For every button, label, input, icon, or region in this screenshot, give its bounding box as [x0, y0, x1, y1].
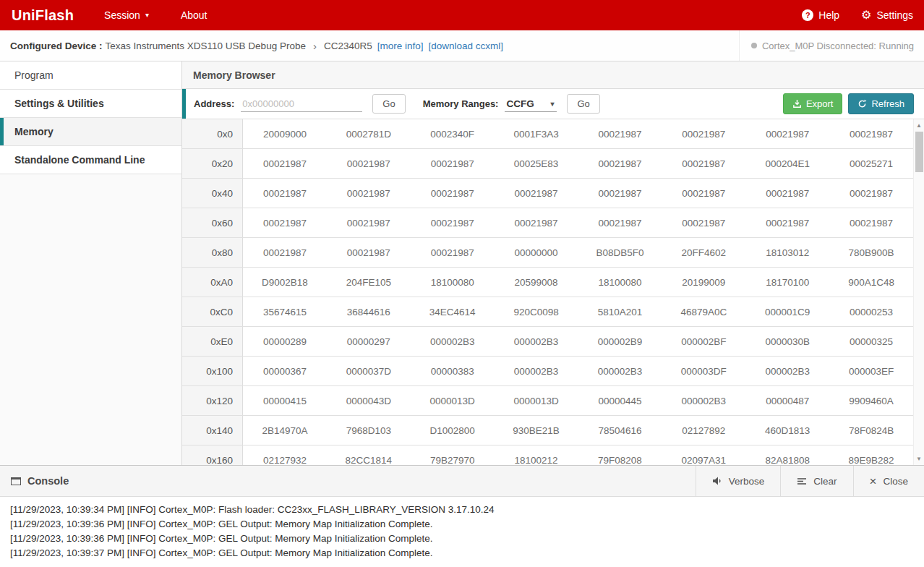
memory-cell[interactable]: 000002B3	[495, 327, 578, 356]
memory-cell[interactable]: 02127892	[662, 416, 745, 445]
memory-cell[interactable]: 00021987	[829, 179, 913, 208]
memory-cell[interactable]: 00021987	[327, 149, 411, 178]
memory-cell[interactable]: D1002800	[411, 416, 495, 445]
memory-cell[interactable]: 780B900B	[829, 238, 913, 267]
scroll-up-icon[interactable]: ▲	[914, 120, 924, 131]
memory-cell[interactable]: 5810A201	[578, 297, 662, 326]
memory-cell[interactable]: 79F08208	[578, 446, 662, 465]
memory-cell[interactable]: 0002781D	[327, 119, 411, 148]
memory-cell[interactable]: 000002B3	[745, 357, 829, 385]
scroll-down-icon[interactable]: ▼	[914, 453, 924, 464]
memory-cell[interactable]: 00000415	[243, 386, 327, 415]
memory-cell[interactable]: 36844616	[327, 297, 411, 326]
memory-cell[interactable]: 82CC1814	[327, 446, 411, 465]
memory-cell[interactable]: 00000367	[243, 357, 327, 385]
sidebar-item[interactable]: Program	[0, 61, 181, 90]
memory-cell[interactable]: 0000013D	[411, 386, 495, 415]
memory-cell[interactable]: 00021987	[411, 179, 495, 208]
memory-cell[interactable]: 920C0098	[495, 297, 578, 326]
memory-cell[interactable]: 78F0824B	[829, 416, 913, 445]
memory-cell[interactable]: 2B14970A	[243, 416, 327, 445]
memory-cell[interactable]: 204FE105	[327, 268, 411, 297]
refresh-button[interactable]: Refresh	[848, 93, 914, 114]
memory-cell[interactable]: 18170100	[745, 268, 829, 297]
ranges-go-button[interactable]: Go	[567, 94, 599, 114]
memory-cell[interactable]: 00021987	[662, 119, 745, 148]
download-ccxml-link[interactable]: [download ccxml]	[429, 40, 504, 51]
memory-cell[interactable]: 34EC4614	[411, 297, 495, 326]
memory-cell[interactable]: 000003EF	[829, 357, 913, 385]
memory-cell[interactable]: 9909460A	[829, 386, 913, 415]
memory-cell[interactable]: 00021987	[411, 208, 495, 237]
memory-cell[interactable]: 46879A0C	[662, 297, 745, 326]
memory-cell[interactable]: 00021987	[243, 238, 327, 267]
memory-cell[interactable]: 00021987	[578, 149, 662, 178]
memory-cell[interactable]: 00021987	[578, 208, 662, 237]
memory-cell[interactable]: 02127932	[243, 446, 327, 465]
memory-cell[interactable]: 0002340F	[411, 119, 495, 148]
memory-cell[interactable]: 00021987	[829, 208, 913, 237]
memory-cell[interactable]: B08DB5F0	[578, 238, 662, 267]
settings-button[interactable]: ⚙ Settings	[850, 9, 924, 21]
memory-cell[interactable]: 35674615	[243, 297, 327, 326]
memory-cell[interactable]: 000003DF	[662, 357, 745, 385]
memory-cell[interactable]: 00021987	[327, 208, 411, 237]
memory-cell[interactable]: 18100080	[578, 268, 662, 297]
memory-cell[interactable]: 00021987	[578, 119, 662, 148]
memory-cell[interactable]: 18100080	[411, 268, 495, 297]
memory-cell[interactable]: 00000000	[495, 238, 578, 267]
address-go-button[interactable]: Go	[372, 94, 405, 114]
memory-cell[interactable]: 00000383	[411, 357, 495, 385]
memory-cell[interactable]: 00021987	[327, 238, 411, 267]
memory-cell[interactable]: 0000043D	[327, 386, 411, 415]
memory-cell[interactable]: 00021987	[829, 119, 913, 148]
memory-cell[interactable]: 00021987	[745, 119, 829, 148]
memory-cell[interactable]: 00000289	[243, 327, 327, 356]
memory-cell[interactable]: D9002B18	[243, 268, 327, 297]
memory-cell[interactable]: 000002B9	[578, 327, 662, 356]
memory-cell[interactable]: 00021987	[495, 208, 578, 237]
memory-cell[interactable]: 000002B3	[411, 327, 495, 356]
memory-cell[interactable]: 00021987	[495, 179, 578, 208]
memory-cell[interactable]: 7968D103	[327, 416, 411, 445]
memory-cell[interactable]: 000002B3	[578, 357, 662, 385]
memory-cell[interactable]: 00021987	[662, 179, 745, 208]
address-input[interactable]	[241, 96, 362, 112]
memory-cell[interactable]: 89E9B282	[829, 446, 913, 465]
sidebar-item[interactable]: Settings & Utilities	[0, 90, 181, 118]
memory-cell[interactable]: 20FF4602	[662, 238, 745, 267]
memory-cell[interactable]: 0001F3A3	[495, 119, 578, 148]
memory-cell[interactable]: 18103012	[745, 238, 829, 267]
close-button[interactable]: × Close	[853, 466, 924, 496]
memory-cell[interactable]: 00025E83	[495, 149, 578, 178]
vertical-scrollbar[interactable]: ▲ ▼	[913, 119, 924, 465]
verbose-button[interactable]: Verbose	[696, 466, 781, 496]
memory-cell[interactable]: 18100212	[495, 446, 578, 465]
memory-cell[interactable]: 00021987	[745, 208, 829, 237]
memory-cell[interactable]: 00021987	[578, 179, 662, 208]
export-button[interactable]: Export	[783, 93, 843, 114]
memory-cell[interactable]: 00000487	[745, 386, 829, 415]
clear-button[interactable]: Clear	[780, 466, 852, 496]
console-log-area[interactable]: [11/29/2023, 10:39:34 PM] [INFO] Cortex_…	[0, 497, 924, 567]
memory-cell[interactable]: 00021987	[662, 208, 745, 237]
memory-cell[interactable]: 0000037D	[327, 357, 411, 385]
sidebar-item[interactable]: Memory	[0, 118, 181, 146]
memory-cell[interactable]: 02097A31	[662, 446, 745, 465]
memory-cell[interactable]: 20599008	[495, 268, 578, 297]
memory-cell[interactable]: 000204E1	[745, 149, 829, 178]
memory-cell[interactable]: 78504616	[578, 416, 662, 445]
help-button[interactable]: ? Help	[791, 9, 850, 21]
memory-cell[interactable]: 00000325	[829, 327, 913, 356]
scrollbar-thumb[interactable]	[915, 132, 923, 172]
memory-cell[interactable]: 0000030B	[745, 327, 829, 356]
memory-ranges-select[interactable]: CCFG ▾	[505, 96, 557, 112]
memory-cell[interactable]: 82A81808	[745, 446, 829, 465]
memory-cell[interactable]: 20009000	[243, 119, 327, 148]
memory-cell[interactable]: 000002B3	[495, 357, 578, 385]
memory-cell[interactable]: 000001C9	[745, 297, 829, 326]
memory-cell[interactable]: 00021987	[411, 149, 495, 178]
sidebar-item[interactable]: Standalone Command Line	[0, 146, 181, 174]
memory-cell[interactable]: 0000013D	[495, 386, 578, 415]
memory-cell[interactable]: 900A1C48	[829, 268, 913, 297]
